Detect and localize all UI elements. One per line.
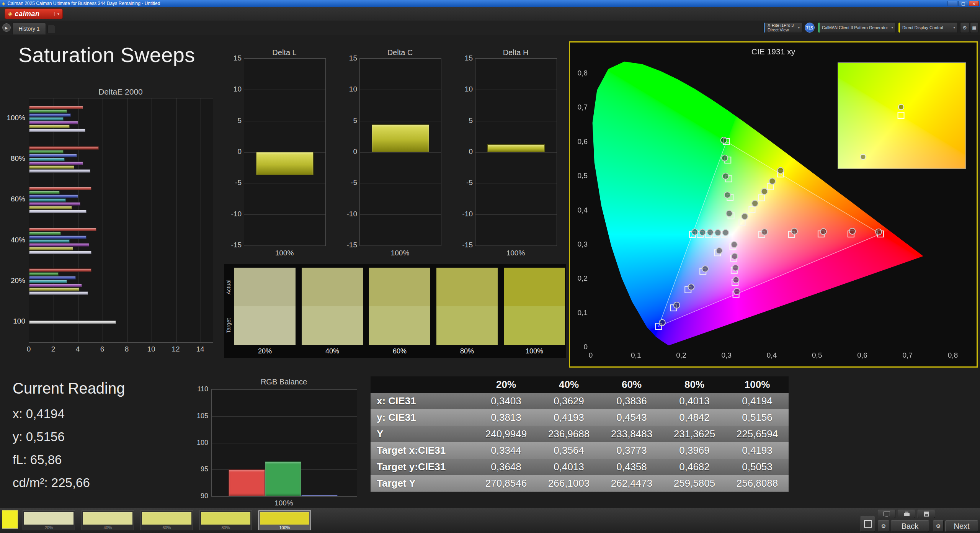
- saturation-level-button[interactable]: 60%: [140, 510, 193, 530]
- table-cell: 256,8088: [726, 475, 789, 492]
- deltae-bar: [29, 121, 78, 124]
- table-row-label: Target Y: [371, 475, 475, 492]
- table-column-header: 20%: [475, 376, 537, 393]
- table-cell: 0,4193: [537, 409, 600, 426]
- back-options-gear-button[interactable]: ⚙: [878, 520, 889, 532]
- delta-gridline: [360, 152, 441, 152]
- table-cell: 0,3813: [475, 409, 537, 426]
- current-pattern-swatch: [2, 510, 18, 529]
- rgb-balance-chart[interactable]: RGB Balance1101051009590100%: [191, 375, 368, 505]
- deltae-2000-chart[interactable]: DeltaE 2000 02468101214100%80%60%40%20%1…: [0, 87, 220, 355]
- cie-y-tick-label: 0,4: [571, 206, 588, 214]
- delta-gridline: [475, 152, 557, 152]
- table-cell: 0,3836: [600, 393, 663, 409]
- table-cell: 0,3629: [537, 393, 600, 409]
- settings-gear-button[interactable]: ⚙: [960, 22, 969, 33]
- deltae-x-tick-label: 14: [193, 345, 208, 353]
- save-button[interactable]: [918, 510, 935, 518]
- delta-y-tick-label: -15: [229, 241, 242, 249]
- pattern-window-button[interactable]: [861, 516, 875, 532]
- table-header-row: 20%40%60%80%100%: [371, 376, 789, 393]
- meter-dropdown[interactable]: X-Rite i1Pro 3 Direct View ▾: [763, 22, 802, 33]
- actual-color-swatch: [436, 268, 498, 306]
- delta-y-tick-label: -5: [344, 178, 357, 187]
- deltae-plot-area: [29, 98, 213, 343]
- delta-y-tick-label: 5: [344, 116, 357, 125]
- delta-gridline: [360, 183, 441, 183]
- calman-logo-icon: ◈: [8, 10, 13, 17]
- delta-y-tick-label: 0: [344, 147, 357, 156]
- print-button[interactable]: [898, 510, 915, 518]
- display-capture-button[interactable]: [878, 510, 895, 518]
- saturation-level-button[interactable]: 100%: [258, 510, 311, 530]
- meter-connection-badge[interactable]: 715: [805, 23, 815, 33]
- play-button[interactable]: ▶: [2, 23, 11, 32]
- deltae-bar: [29, 125, 70, 128]
- delta-gridline: [360, 245, 441, 246]
- delta-y-tick-label: 10: [229, 85, 242, 93]
- table-row: Target x:CIE310,33440,35640,37730,39690,…: [371, 442, 789, 459]
- monitor-icon: [884, 512, 890, 516]
- table-cell: 259,5805: [663, 475, 726, 492]
- next-options-gear-button[interactable]: ⚙: [933, 520, 944, 532]
- delta-bar: [256, 152, 314, 175]
- cie-y-tick-label: 0,8: [571, 69, 588, 77]
- deltae-group-label: 60%: [0, 195, 25, 203]
- delta-gridline: [244, 90, 325, 90]
- saturation-level-button[interactable]: 40%: [82, 510, 134, 530]
- saturation-level-button[interactable]: 20%: [23, 510, 75, 530]
- cie-x-tick-label: 0,5: [806, 351, 828, 360]
- deltae-bar: [29, 206, 72, 209]
- deltae-x-tick-label: 2: [46, 345, 61, 353]
- blue-balance-bar: [301, 495, 338, 496]
- swatch-column-label: 20%: [234, 347, 296, 355]
- pattern-generator-dropdown[interactable]: CalMAN Client 3 Pattern Generator ▾: [818, 22, 896, 33]
- swatch-label: 60%: [141, 525, 193, 530]
- rgb-y-tick-label: 105: [191, 412, 208, 420]
- maximize-button[interactable]: ▢: [958, 1, 968, 6]
- rgb-y-tick-label: 100: [191, 439, 208, 447]
- table-cell: 0,4194: [726, 393, 789, 409]
- delta-gridline: [475, 245, 557, 246]
- delta-gridline: [475, 121, 557, 121]
- reading-y: y: 0,5156: [13, 425, 125, 448]
- display-control-dropdown[interactable]: Direct Display Control ▾: [898, 22, 958, 33]
- delta-y-tick-label: 15: [460, 54, 473, 62]
- delta-gridline: [244, 183, 325, 183]
- delta-y-tick-label: 15: [344, 54, 357, 62]
- cie-1931-chart[interactable]: CIE 1931 xy 00,10,20,30,40,50,60,70,800,…: [570, 43, 977, 366]
- swatch-color-block: [260, 512, 309, 525]
- minimize-button[interactable]: –: [947, 1, 957, 6]
- next-button[interactable]: Next: [945, 520, 978, 532]
- swatch-color-block: [83, 512, 132, 525]
- tab-history-1[interactable]: History 1: [12, 23, 46, 34]
- deltae-bar: [29, 210, 87, 213]
- tab-stub[interactable]: [47, 25, 55, 33]
- actual-target-swatch-panel[interactable]: ActualTarget20%40%60%80%100%: [224, 264, 566, 358]
- delta-gridline: [360, 90, 441, 90]
- target-color-swatch: [302, 306, 363, 345]
- calman-menu-button[interactable]: ◈ calman ▾: [5, 8, 63, 19]
- layout-grid-button[interactable]: ▦: [970, 22, 978, 33]
- back-button[interactable]: Back: [891, 520, 929, 532]
- delta-c-chart[interactable]: Delta C151050-5-10-15100%: [344, 46, 441, 260]
- deltae-gridline: [54, 98, 54, 342]
- delta-l-chart[interactable]: Delta L151050-5-10-15100%: [229, 46, 325, 260]
- page-title: Saturation Sweeps: [18, 43, 195, 67]
- reading-fl: fL: 65,86: [13, 448, 125, 471]
- table-cell: 0,4543: [600, 409, 663, 426]
- saturation-level-button[interactable]: 80%: [199, 510, 252, 530]
- swatch-row-label: Actual: [225, 268, 232, 306]
- rgb-gridline: [212, 443, 357, 443]
- cie-x-tick-label: 0,2: [671, 351, 692, 360]
- target-color-swatch: [504, 306, 565, 345]
- cie-x-tick-label: 0,3: [716, 351, 737, 360]
- delta-chart-plot: [475, 58, 557, 246]
- table-cell: 0,3403: [475, 393, 537, 409]
- delta-h-chart[interactable]: Delta H151050-5-10-15100%: [460, 46, 556, 260]
- close-button[interactable]: ×: [969, 1, 979, 6]
- meter-mode: Direct View: [768, 28, 794, 32]
- current-reading-title: Current Reading: [13, 380, 125, 397]
- cie-y-tick-label: 0: [571, 343, 588, 351]
- red-balance-bar: [229, 469, 265, 496]
